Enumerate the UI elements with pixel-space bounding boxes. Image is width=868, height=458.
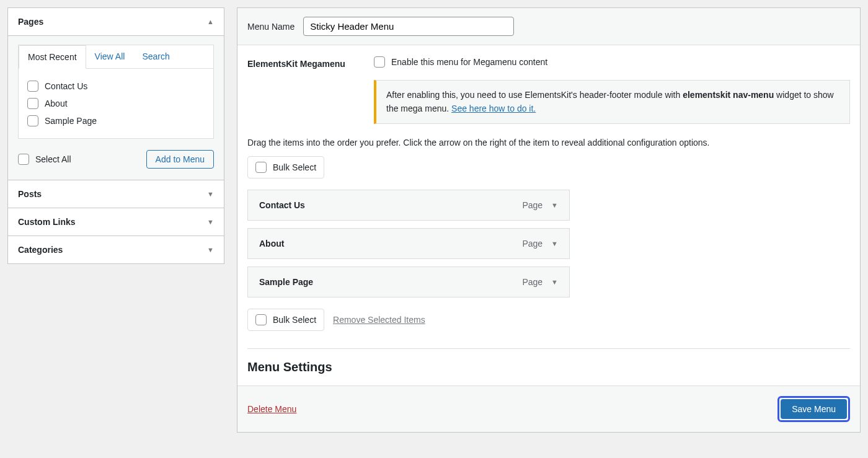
acc-categories-header[interactable]: Categories ▼ [8,236,224,263]
delete-menu-link[interactable]: Delete Menu [247,404,296,414]
select-all-label: Select All [35,154,71,164]
enable-megamenu-text: Enable this menu for Megamenu content [391,57,547,67]
acc-pages-header[interactable]: Pages ▲ [8,8,224,35]
menu-item-name: Contact Us [259,200,305,210]
menu-item-name: Sample Page [259,277,313,287]
add-to-menu-button[interactable]: Add to Menu [146,150,214,169]
remove-selected-link[interactable]: Remove Selected Items [333,315,425,325]
acc-pages-title: Pages [18,17,43,27]
chevron-down-icon: ▼ [207,218,214,226]
megamenu-notice: After enabling this, you need to use Ele… [374,80,850,124]
bulk-select-bottom[interactable]: Bulk Select [247,309,324,331]
bulk-select-label: Bulk Select [273,162,316,172]
menu-name-input[interactable] [303,17,514,36]
menu-item-name: About [259,239,284,249]
menu-item[interactable]: Sample Page Page ▼ [247,266,570,297]
list-item: Sample Page [27,112,205,130]
notice-text-a: After enabling this, you need to use Ele… [386,90,683,100]
checkbox-sample-page[interactable] [27,115,38,126]
page-label: Sample Page [45,116,97,126]
save-menu-button[interactable]: Save Menu [781,399,847,419]
menu-item-type: Page [522,277,542,287]
bulk-select-label: Bulk Select [273,315,316,325]
page-label: About [45,99,68,108]
chevron-down-icon[interactable]: ▼ [551,278,558,286]
checkbox-select-all[interactable] [18,154,29,165]
acc-categories-title: Categories [18,245,63,255]
menu-name-label: Menu Name [247,22,294,32]
tab-view-all[interactable]: View All [86,45,134,68]
acc-custom-links-title: Custom Links [18,217,76,227]
menu-item[interactable]: About Page ▼ [247,228,570,259]
checkbox-bulk-select-top[interactable] [255,162,267,173]
notice-bold: elementskit nav-menu [683,90,774,100]
list-item: About [27,95,205,112]
chevron-down-icon[interactable]: ▼ [551,240,558,247]
chevron-down-icon: ▼ [207,246,214,253]
tab-most-recent[interactable]: Most Recent [19,45,86,69]
bulk-select-top[interactable]: Bulk Select [247,156,324,178]
drag-instructions: Drag the items into the order you prefer… [247,138,850,148]
tab-search[interactable]: Search [133,45,178,68]
elementskit-megamenu-label: ElementsKit Megamenu [247,56,365,69]
acc-posts-title: Posts [18,189,42,199]
page-label: Contact Us [45,81,87,91]
list-item: Contact Us [27,77,205,95]
menu-item-type: Page [522,200,542,210]
checkbox-contact-us[interactable] [27,81,38,92]
acc-posts-header[interactable]: Posts ▼ [8,180,224,208]
menu-item-type: Page [522,239,542,249]
checkbox-about[interactable] [27,98,38,109]
chevron-down-icon[interactable]: ▼ [551,201,558,209]
save-menu-highlight: Save Menu [777,396,850,422]
checkbox-enable-megamenu[interactable] [374,56,385,68]
notice-link[interactable]: See here how to do it. [451,103,536,113]
checkbox-bulk-select-bottom[interactable] [255,314,267,325]
acc-custom-links-header[interactable]: Custom Links ▼ [8,208,224,236]
chevron-down-icon: ▼ [207,190,214,198]
chevron-up-icon: ▲ [207,18,214,25]
menu-item[interactable]: Contact Us Page ▼ [247,190,570,221]
menu-settings-heading: Menu Settings [247,348,850,374]
